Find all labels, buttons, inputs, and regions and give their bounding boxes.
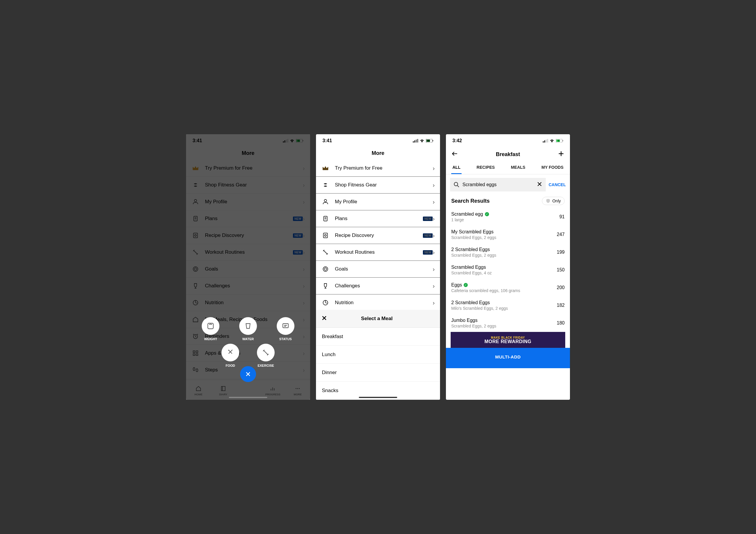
status-time: 3:41: [322, 138, 332, 143]
tab-all[interactable]: ALL: [451, 163, 462, 174]
signal-icon: [413, 139, 418, 142]
menu-item-plans[interactable]: Plans NEW ›: [316, 210, 440, 227]
crown-icon: [321, 164, 330, 172]
menu-item-challenges[interactable]: Challenges ›: [316, 278, 440, 294]
plus-icon: [557, 150, 565, 157]
cancel-button[interactable]: CANCEL: [549, 182, 566, 187]
radial-label: WEIGHT: [204, 337, 217, 341]
search-tabs: ALLRECIPESMEALSMY FOODS: [446, 163, 570, 174]
search-result[interactable]: Eggs ✓ Cafeteria scrambled eggs, 106 gra…: [446, 279, 570, 296]
svg-rect-46: [546, 140, 547, 142]
search-result[interactable]: My Scrambled Eggs Scrambled Eggs, 2 eggs…: [446, 226, 570, 243]
ua-icon: [321, 181, 330, 189]
result-sub: 1 large: [451, 217, 489, 222]
tab-meals[interactable]: MEALS: [510, 163, 526, 174]
meal-option-dinner[interactable]: Dinner: [316, 364, 440, 382]
menu-item-goals[interactable]: Goals ›: [316, 261, 440, 278]
search-box: [450, 178, 546, 191]
challenges-icon: [321, 282, 330, 290]
status-bar: 3:41: [316, 134, 440, 147]
close-fab[interactable]: [240, 366, 256, 382]
radial-status[interactable]: STATUS: [277, 317, 294, 341]
search-result[interactable]: 2 Scrambled Eggs Milo's Scrambled Eggs, …: [446, 296, 570, 314]
radial-food[interactable]: FOOD: [222, 344, 239, 367]
home-indicator: [359, 397, 397, 398]
close-icon: [537, 181, 542, 187]
screen-search: 3:42 Breakfast ALLRECIPESMEALSMY FOODS C…: [446, 134, 570, 400]
meal-select-sheet: Select a Meal BreakfastLunchDinnerSnacks: [316, 310, 440, 400]
screen-more-with-radial: 3:41 More Try Premium for Free › Shop Fi…: [186, 134, 310, 400]
search-result[interactable]: 2 Scrambled Eggs Scrambled Eggs, 2 eggs …: [446, 243, 570, 261]
tab-my-foods[interactable]: MY FOODS: [540, 163, 565, 174]
radial-menu: WEIGHT WATER STATUS FOOD EXERCISE: [186, 317, 310, 382]
verified-icon: ✓: [464, 283, 468, 287]
svg-rect-33: [324, 216, 327, 221]
search-result[interactable]: Scrambled Eggs Scrambled Eggs, 4 oz 150: [446, 261, 570, 279]
add-button[interactable]: [557, 150, 565, 159]
radial-water[interactable]: WATER: [239, 317, 257, 341]
menu-item-crown[interactable]: Try Premium for Free ›: [316, 160, 440, 177]
back-button[interactable]: [451, 150, 458, 159]
result-sub: Scrambled Eggs, 4 oz: [451, 270, 492, 275]
radial-weight[interactable]: WEIGHT: [202, 317, 219, 341]
menu-item-nutrition[interactable]: Nutrition ›: [316, 294, 440, 311]
meal-option-breakfast[interactable]: Breakfast: [316, 328, 440, 346]
radial-exercise[interactable]: EXERCISE: [257, 344, 275, 367]
clear-search[interactable]: [537, 181, 542, 188]
result-calories: 91: [559, 214, 565, 219]
exercise-icon: [257, 344, 275, 361]
result-sub: Cafeteria scrambled eggs, 106 grams: [451, 288, 520, 293]
wifi-icon: [419, 139, 424, 142]
svg-point-36: [323, 267, 328, 271]
radial-label: EXERCISE: [257, 364, 274, 367]
svg-point-35: [325, 235, 326, 236]
search-result[interactable]: Scrambled egg ✓ 1 large 91: [446, 208, 570, 226]
chevron-right-icon: ›: [433, 232, 435, 239]
menu-label: Challenges: [335, 283, 433, 289]
svg-point-51: [454, 182, 458, 186]
battery-icon: [556, 139, 563, 142]
tab-recipes[interactable]: RECIPES: [475, 163, 496, 174]
chevron-right-icon: ›: [433, 283, 435, 290]
home-indicator: [489, 397, 527, 398]
result-calories: 199: [557, 250, 565, 255]
goals-icon: [321, 265, 330, 273]
result-calories: 180: [557, 320, 565, 326]
result-calories: 247: [557, 232, 565, 237]
chevron-right-icon: ›: [433, 249, 435, 256]
menu-label: Plans: [335, 216, 420, 221]
multi-add-button[interactable]: MULTI-ADD: [446, 348, 570, 368]
ad-banner[interactable]: MAKE BLACK FRIDAY MORE REWARDING: [451, 332, 565, 348]
food-icon: [222, 344, 239, 361]
result-name: Scrambled egg ✓: [451, 212, 489, 217]
menu-item-recipe[interactable]: Recipe Discovery NEW ›: [316, 227, 440, 244]
svg-rect-34: [323, 233, 328, 238]
sheet-title: Select a Meal: [319, 316, 435, 321]
verified-only-toggle[interactable]: Only: [542, 197, 565, 205]
svg-rect-24: [283, 324, 288, 328]
results-title: Search Results: [451, 198, 490, 204]
recipe-icon: [321, 231, 330, 240]
svg-rect-25: [413, 141, 414, 142]
search-input[interactable]: [463, 182, 537, 187]
page-title: Breakfast: [496, 151, 520, 158]
menu-label: Goals: [335, 266, 433, 272]
menu-item-ua[interactable]: Shop Fitness Gear ›: [316, 177, 440, 193]
svg-point-32: [324, 199, 327, 202]
new-badge: NEW: [423, 250, 433, 255]
svg-point-37: [324, 268, 327, 270]
result-name: Scrambled Eggs: [451, 265, 492, 270]
svg-rect-50: [563, 140, 563, 141]
meal-option-lunch[interactable]: Lunch: [316, 346, 440, 364]
svg-rect-45: [544, 140, 545, 142]
radial-label: WATER: [242, 337, 254, 341]
wifi-icon: [550, 139, 554, 142]
search-result[interactable]: Jumbo Eggs Scrambled Eggs, 2 eggs 180: [446, 314, 570, 332]
result-sub: Scrambled Eggs, 2 eggs: [451, 253, 497, 258]
search-icon: [454, 182, 460, 188]
menu-label: Workout Routines: [335, 249, 420, 255]
menu-item-profile[interactable]: My Profile ›: [316, 193, 440, 210]
menu-item-workout[interactable]: Workout Routines NEW ›: [316, 244, 440, 261]
scale-icon: [202, 317, 219, 335]
chevron-right-icon: ›: [433, 266, 435, 273]
